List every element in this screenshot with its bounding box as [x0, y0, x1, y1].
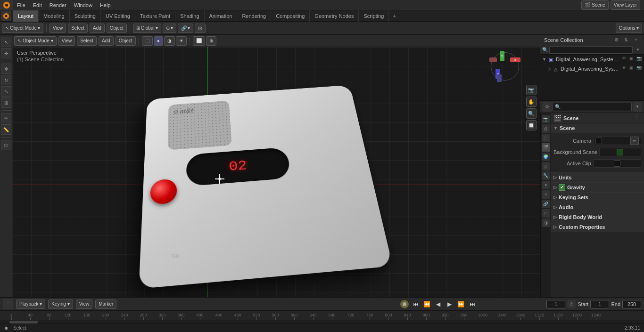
render-btn[interactable]: 📷	[636, 56, 642, 63]
timeline-menu-btn[interactable]: ⋮	[3, 299, 13, 309]
outliner-filter-btn[interactable]: ⚙	[612, 36, 620, 44]
scene-section-header[interactable]: ▼ Scene	[551, 123, 644, 133]
move-tool-btn[interactable]: ✥	[1, 64, 11, 74]
object-menu-btn[interactable]: Object	[107, 24, 127, 33]
menu-file[interactable]: File	[13, 0, 29, 10]
skip-end-btn[interactable]: ⏭	[468, 300, 477, 308]
transform-tool-btn[interactable]: ⊞	[1, 97, 11, 108]
wireframe-btn[interactable]: ⬚	[142, 36, 153, 46]
gizmo-btn[interactable]: ⊕	[206, 36, 216, 46]
prop-tab-search[interactable]: ⚙	[542, 102, 552, 112]
tab-animation[interactable]: Animation	[205, 10, 238, 22]
step-back-btn[interactable]: ⏪	[423, 300, 431, 308]
prop-object-tab[interactable]: △	[542, 162, 550, 170]
audio-section-header[interactable]: ▷ Audio	[551, 202, 644, 212]
prop-view-layer-tab[interactable]: ⬚	[542, 134, 550, 142]
filter-btn[interactable]: ▼	[634, 46, 642, 54]
viewport-canvas[interactable]: User Perspective (1) Scene Collection ⊙ …	[12, 47, 540, 297]
visibility-btn[interactable]: 👁	[620, 56, 627, 63]
bg-scene-value[interactable]	[599, 148, 641, 156]
tab-geometry-nodes[interactable]: Geometry Nodes	[310, 10, 359, 22]
marker-btn[interactable]: Marker	[95, 300, 116, 309]
active-clip-value[interactable]	[593, 159, 641, 168]
orbit-btn[interactable]: ✋	[526, 97, 537, 107]
outliner-item-collection[interactable]: ▼ ▣ Digital_Answering_System_A 👁 ▣ 📷	[540, 55, 644, 64]
tab-texture-paint[interactable]: Texture Paint	[135, 10, 175, 22]
rigid-body-section-header[interactable]: ▷ Rigid Body World	[551, 212, 644, 222]
keying-btn[interactable]: Keying ▾	[48, 300, 73, 309]
measure-tool-btn[interactable]: 📏	[1, 124, 11, 135]
overlay-btn[interactable]: ⬜	[193, 36, 205, 46]
menu-render[interactable]: Render	[46, 0, 70, 10]
current-frame-input[interactable]	[546, 300, 565, 308]
menu-window[interactable]: Window	[70, 0, 96, 10]
frame-step-btn[interactable]: ⏱	[567, 300, 576, 308]
tab-sculpting[interactable]: Sculpting	[70, 10, 101, 22]
view-menu-btn[interactable]: View	[50, 24, 66, 33]
playback-btn[interactable]: Playback ▾	[16, 300, 45, 309]
viewport-3d[interactable]: ↖ Object Mode ▾ View Select Add Object ⬚…	[12, 35, 540, 297]
prop-modifier-tab[interactable]: 🔧	[542, 171, 550, 180]
cursor-tool-btn[interactable]: ✛	[1, 48, 11, 58]
end-frame-input[interactable]	[622, 300, 641, 308]
proportional-btn[interactable]: ◎	[195, 24, 206, 33]
tab-scripting[interactable]: Scripting	[359, 10, 389, 22]
solid-btn[interactable]: ●	[154, 36, 163, 46]
prop-physics-tab[interactable]: ⚛	[542, 190, 550, 199]
select-tool-btn[interactable]: ↖	[1, 37, 11, 47]
skip-start-btn[interactable]: ⏮	[412, 300, 420, 308]
pivot-btn[interactable]: ⊙ ▾	[163, 24, 176, 33]
zoom-btn[interactable]: 🔍	[526, 108, 537, 119]
gizmo-neg-x-axis[interactable]	[489, 57, 497, 62]
play-btn[interactable]: ▶	[446, 300, 454, 308]
obj-visibility-btn[interactable]: 👁	[620, 65, 627, 72]
view-btn[interactable]: View	[76, 300, 93, 309]
prop-render-tab[interactable]: 📷	[542, 115, 550, 123]
outliner-search-input[interactable]	[549, 46, 633, 54]
tab-modeling[interactable]: Modeling	[39, 10, 70, 22]
navigation-gizmo[interactable]: X Y Z	[488, 50, 521, 83]
obj-render-btn[interactable]: 📷	[636, 65, 642, 72]
add-cube-btn[interactable]: □	[1, 140, 11, 150]
viewport-view-btn[interactable]: View	[58, 36, 75, 46]
tab-layout[interactable]: Layout	[13, 10, 39, 22]
gizmo-y-axis[interactable]: Y	[500, 51, 504, 61]
prop-material-tab[interactable]: ◑	[542, 219, 550, 227]
gravity-checkbox[interactable]: ✓	[559, 184, 565, 191]
search-camera-btn[interactable]: 🔲	[526, 120, 537, 130]
custom-props-section-header[interactable]: ▷ Custom Properties	[551, 222, 644, 232]
add-workspace-tab[interactable]: +	[389, 13, 399, 19]
prop-output-tab[interactable]: 🖨	[542, 124, 550, 133]
menu-help[interactable]: Help	[96, 0, 115, 10]
keying-sets-section-header[interactable]: ▷ Keying Sets	[551, 193, 644, 202]
menu-edit[interactable]: Edit	[29, 0, 46, 10]
scale-tool-btn[interactable]: ⤡	[1, 86, 11, 97]
viewport-btn[interactable]: ▣	[628, 56, 635, 63]
object-mode-btn[interactable]: ↖ Object Mode ▾	[2, 24, 43, 33]
camera-prop-value[interactable]: ✏	[593, 137, 641, 145]
prop-world-tab[interactable]: 🌍	[542, 153, 550, 161]
viewport-select-btn[interactable]: Select	[77, 36, 97, 46]
render-preview-btn[interactable]: ☀	[176, 36, 187, 46]
outliner-sort-btn[interactable]: ⇅	[622, 36, 630, 44]
tab-shading[interactable]: Shading	[175, 10, 204, 22]
obj-viewport-btn[interactable]: ▣	[628, 65, 635, 72]
gizmo-x-axis[interactable]: X	[510, 57, 520, 62]
start-frame-input[interactable]	[590, 300, 609, 308]
step-forward-btn[interactable]: ⏩	[457, 300, 465, 308]
options-btn[interactable]: Options ▾	[616, 24, 642, 33]
gravity-section-header[interactable]: ▷ ✓ Gravity	[551, 183, 644, 192]
annotate-tool-btn[interactable]: ✏	[1, 113, 11, 123]
outliner-item-object[interactable]: ▷ △ Digital_Answering_Syster 👁 ▣ 📷	[540, 64, 644, 73]
prop-particles-tab[interactable]: ✦	[542, 181, 550, 189]
prop-search-box[interactable]: 🔍	[553, 103, 632, 111]
tab-rendering[interactable]: Rendering	[237, 10, 271, 22]
snap-btn[interactable]: 🔗 ▾	[178, 24, 193, 33]
scene-prop-options[interactable]: ⋮	[633, 114, 641, 122]
view-layer-selector[interactable]: View Layer	[611, 0, 640, 10]
camera-view-btn[interactable]: 📷	[526, 85, 537, 95]
outliner-new-btn[interactable]: +	[632, 36, 640, 44]
material-preview-btn[interactable]: ◑	[164, 36, 175, 46]
add-menu-btn[interactable]: Add	[90, 24, 105, 33]
viewport-object-btn[interactable]: Object	[116, 36, 136, 46]
